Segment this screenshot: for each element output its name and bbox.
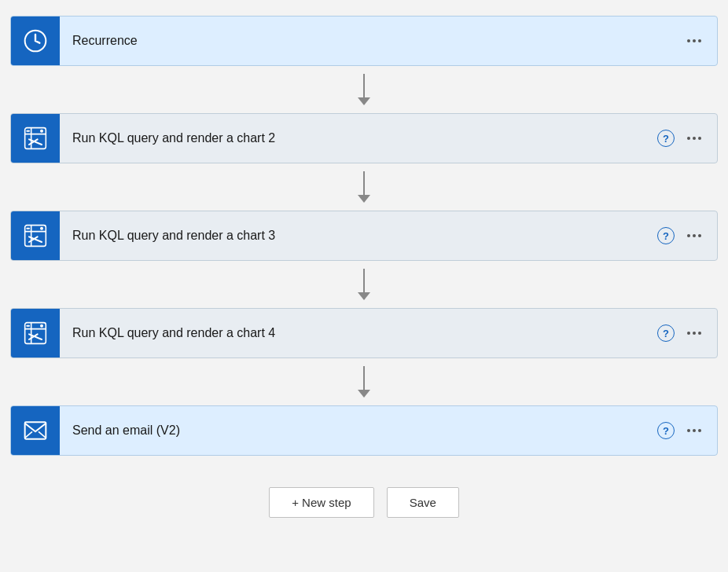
recurrence-actions xyxy=(684,36,717,46)
step-kql4[interactable]: Run KQL query and render a chart 4 ? xyxy=(10,308,718,358)
svg-point-14 xyxy=(40,227,43,230)
svg-line-23 xyxy=(25,431,32,438)
connector-3 xyxy=(358,261,370,308)
kql3-title: Run KQL query and render a chart 3 xyxy=(60,229,657,243)
kql4-icon xyxy=(11,309,60,358)
kql4-title: Run KQL query and render a chart 4 xyxy=(60,326,657,340)
kql2-title: Run KQL query and render a chart 2 xyxy=(60,131,657,145)
recurrence-icon xyxy=(11,16,60,65)
kql2-more-button[interactable] xyxy=(684,134,704,143)
email-more-button[interactable] xyxy=(684,426,704,435)
svg-point-7 xyxy=(40,130,43,133)
kql3-icon xyxy=(11,211,60,260)
kql2-actions: ? xyxy=(657,130,717,147)
connector-4 xyxy=(358,358,370,405)
bottom-actions: + New step Save xyxy=(269,487,459,518)
kql3-more-button[interactable] xyxy=(684,231,704,240)
step-recurrence[interactable]: Recurrence xyxy=(10,16,718,66)
email-help-button[interactable]: ? xyxy=(657,422,675,439)
kql4-help-button[interactable]: ? xyxy=(657,324,675,342)
flow-container: Recurrence Run KQL query and render a ch… xyxy=(10,16,718,518)
kql2-icon xyxy=(11,114,60,163)
svg-rect-22 xyxy=(25,422,46,438)
connector-2 xyxy=(358,163,370,211)
kql3-actions: ? xyxy=(657,227,717,244)
email-icon xyxy=(11,406,60,455)
recurrence-more-button[interactable] xyxy=(684,36,704,46)
kql3-help-button[interactable]: ? xyxy=(657,227,675,244)
step-email[interactable]: Send an email (V2) ? xyxy=(10,405,718,456)
email-title: Send an email (V2) xyxy=(60,424,657,438)
recurrence-title: Recurrence xyxy=(60,34,684,48)
kql4-more-button[interactable] xyxy=(684,328,704,338)
step-kql3[interactable]: Run KQL query and render a chart 3 ? xyxy=(10,211,718,261)
kql2-help-button[interactable]: ? xyxy=(657,130,675,147)
email-actions: ? xyxy=(657,422,717,439)
connector-1 xyxy=(358,66,370,113)
svg-point-21 xyxy=(40,324,43,328)
kql4-actions: ? xyxy=(657,324,717,342)
svg-line-24 xyxy=(39,431,46,438)
save-button[interactable]: Save xyxy=(387,487,459,518)
new-step-button[interactable]: + New step xyxy=(269,487,373,518)
step-kql2[interactable]: Run KQL query and render a chart 2 ? xyxy=(10,113,718,163)
